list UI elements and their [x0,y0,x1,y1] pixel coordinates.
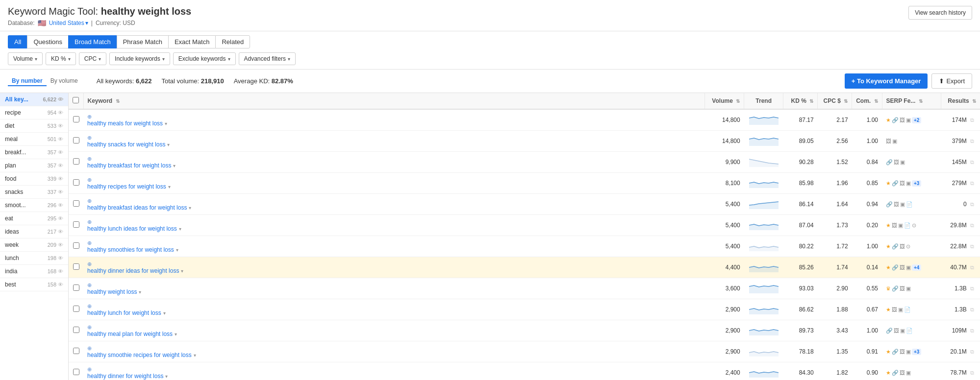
tab-broad-match[interactable]: Broad Match [68,35,117,48]
sidebar-item-india[interactable]: india 168 👁 [0,265,68,278]
copy-icon[interactable]: ⧉ [970,349,974,355]
row-checkbox[interactable] [73,221,79,228]
copy-icon[interactable]: ⧉ [970,264,974,270]
sidebar-item-recipe[interactable]: recipe 954 👁 [0,106,68,119]
sidebar-item-diet[interactable]: diet 533 👁 [0,119,68,133]
row-checkbox[interactable] [73,306,79,312]
row-checkbox[interactable] [73,327,79,333]
keyword-link[interactable]: healthy lunch for weight loss ▾ [87,309,701,316]
kd-filter[interactable]: KD % ▾ [46,52,76,65]
sidebar-item-breakfast[interactable]: breakf... 357 👁 [0,146,68,159]
row-checkbox-cell [69,236,83,257]
col-keyword[interactable]: Keyword ⇅ [83,93,705,109]
sidebar-item-plan[interactable]: plan 357 👁 [0,159,68,172]
keyword-link[interactable]: healthy meal plan for weight loss ▾ [87,331,701,337]
copy-icon[interactable]: ⧉ [970,243,974,249]
sidebar-item-eat[interactable]: eat 295 👁 [0,212,68,225]
copy-icon[interactable]: ⧉ [970,307,974,312]
keyword-link[interactable]: healthy lunch ideas for weight loss ▾ [87,225,701,232]
col-serp[interactable]: SERP Fe... ⇅ [882,93,941,109]
keyword-link[interactable]: healthy smoothies for weight loss ▾ [87,246,701,253]
to-keyword-manager-button[interactable]: + To Keyword Manager [845,73,928,89]
keyword-cell: ⊕ healthy meal plan for weight loss ▾ [83,320,705,341]
row-checkbox[interactable] [73,263,79,270]
tab-exact-match[interactable]: Exact Match [168,35,216,48]
cpc-cell: 1.72 [818,236,852,257]
cpc-filter[interactable]: CPC ▾ [79,52,106,65]
keyword-link[interactable]: healthy breakfast for weight loss ▾ [87,162,701,169]
row-checkbox[interactable] [73,285,79,291]
keyword-cell: ⊕ healthy dinner for weight loss ▾ [83,362,705,380]
database-dropdown[interactable]: United States ▾ [49,20,88,26]
row-checkbox-cell [69,278,83,299]
copy-icon[interactable]: ⧉ [970,180,974,186]
copy-icon[interactable]: ⧉ [970,285,974,291]
col-volume[interactable]: Volume ⇅ [705,93,744,109]
cpc-cell: 1.64 [818,194,852,215]
copy-icon[interactable]: ⧉ [970,138,974,144]
row-checkbox[interactable] [73,369,79,375]
row-checkbox-cell [69,194,83,215]
sidebar-item-smoothies[interactable]: smoot... 296 👁 [0,199,68,212]
sidebar-item-week[interactable]: week 209 👁 [0,238,68,252]
keyword-dropdown-arrow: ▾ [175,332,177,337]
keyword-dropdown-arrow: ▾ [168,184,171,190]
row-checkbox[interactable] [73,137,79,143]
eye-icon: 👁 [58,215,63,221]
table-row: ⊕ healthy smoothies for weight loss ▾ 5,… [69,236,980,257]
copy-icon[interactable]: ⧉ [970,201,974,207]
volume-cell: 14,800 [705,131,744,152]
copy-icon[interactable]: ⧉ [970,222,974,228]
row-checkbox-cell [69,152,83,173]
copy-icon[interactable]: ⧉ [970,159,974,165]
col-com[interactable]: Com. ⇅ [852,93,882,109]
row-checkbox[interactable] [73,348,79,354]
sidebar-item-ideas[interactable]: ideas 217 👁 [0,225,68,238]
keyword-dropdown-arrow: ▾ [179,226,181,232]
export-button[interactable]: ⬆ Export [931,73,972,89]
select-all-checkbox[interactable] [73,97,79,103]
volume-filter[interactable]: Volume ▾ [8,52,43,65]
sidebar-item-all[interactable]: All key... 6,622 👁 [0,93,68,106]
keyword-link[interactable]: healthy weight loss ▾ [87,288,701,295]
col-trend[interactable]: Trend [744,93,783,109]
keyword-link[interactable]: healthy smoothie recipes for weight loss… [87,352,701,358]
copy-icon[interactable]: ⧉ [970,370,974,376]
row-checkbox[interactable] [73,179,79,186]
copy-icon[interactable]: ⧉ [970,328,974,333]
row-checkbox[interactable] [73,242,79,249]
row-checkbox-cell [69,131,83,152]
tab-phrase-match[interactable]: Phrase Match [117,35,168,48]
row-checkbox[interactable] [73,116,79,122]
view-history-button[interactable]: View search history [908,6,972,20]
sidebar-item-snacks[interactable]: snacks 337 👁 [0,186,68,199]
sidebar-item-food[interactable]: food 339 👁 [0,172,68,186]
keyword-link[interactable]: healthy recipes for weight loss ▾ [87,183,701,190]
keyword-link[interactable]: healthy snacks for weight loss ▾ [87,141,701,148]
tab-questions[interactable]: Questions [27,35,68,48]
tab-all[interactable]: All [8,35,27,48]
copy-icon[interactable]: ⧉ [970,117,974,123]
sidebar-item-best[interactable]: best 158 👁 [0,278,68,291]
keyword-link[interactable]: healthy breakfast ideas for weight loss … [87,204,701,211]
col-cpc[interactable]: CPC $ ⇅ [818,93,852,109]
keyword-link[interactable]: healthy meals for weight loss ▾ [87,120,701,127]
sort-by-number[interactable]: By number [8,76,47,86]
sort-by-volume[interactable]: By volume [47,76,82,86]
sidebar-item-lunch[interactable]: lunch 198 👁 [0,252,68,265]
col-kd[interactable]: KD % ⇅ [783,93,818,109]
results-cell: 40.7M ⧉ [941,257,980,278]
keyword-dropdown-arrow: ▾ [139,289,141,295]
com-cell: 1.00 [852,236,882,257]
keyword-link[interactable]: healthy dinner ideas for weight loss ▾ [87,267,701,274]
col-results[interactable]: Results ⇅ [941,93,980,109]
include-keywords-filter[interactable]: Include keywords ▾ [109,52,170,65]
advanced-filters[interactable]: Advanced filters ▾ [239,52,296,65]
tab-related[interactable]: Related [215,35,250,48]
sidebar-item-meal[interactable]: meal 501 👁 [0,133,68,146]
row-checkbox[interactable] [73,200,79,207]
exclude-keywords-filter[interactable]: Exclude keywords ▾ [173,52,236,65]
keyword-link[interactable]: healthy dinner for weight loss ▾ [87,373,701,380]
kd-cell: 87.17 [783,109,818,131]
row-checkbox[interactable] [73,158,79,165]
